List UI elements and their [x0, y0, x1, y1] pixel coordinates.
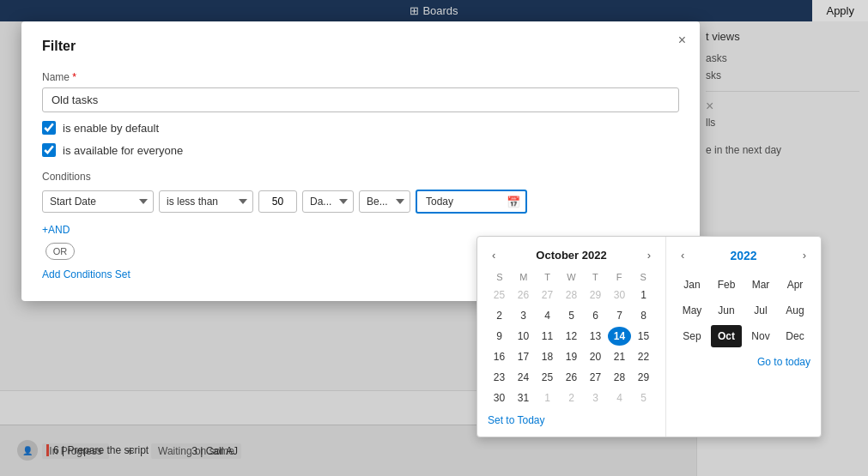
month-may[interactable]: May	[677, 299, 707, 322]
calendar-popup: ‹ October 2022 › S M T W T F S 25 26 27 …	[476, 236, 822, 437]
cal-day[interactable]: 29	[632, 368, 655, 387]
go-today-link[interactable]: Go to today	[677, 356, 810, 368]
days-of-week-row: S M T W T F S	[488, 272, 655, 282]
date-input-wrapper: 📅	[416, 190, 527, 214]
month-apr[interactable]: Apr	[780, 274, 810, 296]
calendar-left-panel: ‹ October 2022 › S M T W T F S 25 26 27 …	[477, 237, 666, 437]
calendar-month-title: October 2022	[536, 249, 606, 262]
calendar-prev-button[interactable]: ‹	[488, 247, 500, 263]
month-jul[interactable]: Jul	[745, 299, 776, 322]
dow-thu: T	[583, 272, 607, 282]
add-conditions-link[interactable]: Add Conditions Set	[42, 268, 131, 280]
month-nov[interactable]: Nov	[745, 325, 776, 347]
cal-day[interactable]: 31	[512, 389, 535, 407]
cal-day[interactable]: 22	[632, 347, 655, 366]
condition-date-input[interactable]	[416, 190, 527, 214]
calendar-next-button[interactable]: ›	[643, 247, 655, 263]
dialog-close-button[interactable]: ×	[678, 33, 686, 47]
cal-day[interactable]: 16	[488, 347, 511, 366]
name-input[interactable]	[42, 87, 679, 112]
checkbox2-row: is available for everyone	[42, 143, 679, 157]
cal-day[interactable]: 12	[560, 327, 583, 346]
cal-day[interactable]: 28	[608, 368, 631, 387]
cal-day-selected[interactable]: 14	[608, 327, 631, 346]
month-jun[interactable]: Jun	[711, 299, 742, 322]
cal-day[interactable]: 11	[536, 327, 559, 346]
cal-week-6: 30 31 1 2 3 4 5	[488, 389, 655, 407]
cal-day[interactable]: 27	[536, 286, 559, 304]
condition-operator-select[interactable]: is less than	[159, 190, 253, 213]
condition-unit2-select[interactable]: Be...	[359, 190, 410, 213]
conditions-label: Conditions	[42, 171, 679, 183]
cal-day[interactable]: 2	[560, 389, 583, 407]
calendar-grid: S M T W T F S 25 26 27 28 29 30 1	[488, 272, 655, 407]
month-sep[interactable]: Sep	[677, 325, 707, 347]
cal-day[interactable]: 13	[584, 327, 607, 346]
cal-day[interactable]: 30	[608, 286, 631, 304]
cal-day[interactable]: 25	[488, 286, 511, 304]
month-feb[interactable]: Feb	[711, 274, 742, 296]
cal-day[interactable]: 6	[584, 306, 607, 325]
cal-day[interactable]: 4	[536, 306, 559, 325]
year-next-button[interactable]: ›	[798, 247, 810, 263]
cal-day[interactable]: 7	[608, 306, 631, 325]
cal-week-4: 16 17 18 19 20 21 22	[488, 347, 655, 366]
condition-field-select[interactable]: Start Date	[42, 190, 154, 213]
cal-day[interactable]: 26	[512, 286, 535, 304]
dow-wed: W	[560, 272, 584, 282]
calendar-right-panel: ‹ 2022 › Jan Feb Mar Apr May Jun Jul Aug…	[666, 237, 821, 437]
cal-day[interactable]: 5	[560, 306, 583, 325]
year-header: ‹ 2022 ›	[677, 247, 810, 263]
month-oct[interactable]: Oct	[711, 325, 742, 347]
cal-week-5: 23 24 25 26 27 28 29	[488, 368, 655, 387]
cal-day[interactable]: 23	[488, 368, 511, 387]
cal-day[interactable]: 29	[584, 286, 607, 304]
cal-week-1: 25 26 27 28 29 30 1	[488, 286, 655, 304]
required-indicator: *	[72, 71, 76, 83]
cal-week-2: 2 3 4 5 6 7 8	[488, 306, 655, 325]
cal-day[interactable]: 18	[536, 347, 559, 366]
cal-day[interactable]: 5	[632, 389, 655, 407]
conditions-row: Start Date is less than Da... Be... 📅	[42, 190, 679, 214]
cal-day[interactable]: 19	[560, 347, 583, 366]
year-prev-button[interactable]: ‹	[677, 247, 689, 263]
cal-day[interactable]: 1	[632, 286, 655, 304]
cal-day[interactable]: 28	[560, 286, 583, 304]
cal-day[interactable]: 4	[608, 389, 631, 407]
month-aug[interactable]: Aug	[780, 299, 810, 322]
calendar-header: ‹ October 2022 ›	[488, 247, 655, 263]
cal-day[interactable]: 27	[584, 368, 607, 387]
cal-day[interactable]: 1	[536, 389, 559, 407]
and-link[interactable]: +AND	[42, 224, 70, 236]
checkbox2-label: is available for everyone	[63, 144, 183, 157]
cal-day[interactable]: 3	[512, 306, 535, 325]
cal-day[interactable]: 17	[512, 347, 535, 366]
month-mar[interactable]: Mar	[745, 274, 776, 296]
cal-day[interactable]: 15	[632, 327, 655, 346]
enable-default-checkbox[interactable]	[42, 121, 56, 135]
condition-number-input[interactable]	[258, 190, 297, 213]
month-dec[interactable]: Dec	[780, 325, 810, 347]
cal-day[interactable]: 25	[536, 368, 559, 387]
dow-tue: T	[536, 272, 560, 282]
year-title: 2022	[730, 249, 756, 262]
cal-day[interactable]: 2	[488, 306, 511, 325]
cal-day[interactable]: 9	[488, 327, 511, 346]
cal-day[interactable]: 30	[488, 389, 511, 407]
name-field-label: Name *	[42, 71, 679, 83]
cal-day[interactable]: 3	[584, 389, 607, 407]
month-jan[interactable]: Jan	[677, 274, 707, 296]
set-today-link[interactable]: Set to Today	[488, 414, 545, 426]
condition-unit1-select[interactable]: Da...	[302, 190, 354, 213]
dow-sat: S	[631, 272, 655, 282]
cal-day[interactable]: 20	[584, 347, 607, 366]
cal-day[interactable]: 24	[512, 368, 535, 387]
cal-day[interactable]: 8	[632, 306, 655, 325]
cal-day[interactable]: 26	[560, 368, 583, 387]
available-everyone-checkbox[interactable]	[42, 143, 56, 157]
month-grid: Jan Feb Mar Apr May Jun Jul Aug Sep Oct …	[677, 274, 810, 347]
cal-day[interactable]: 21	[608, 347, 631, 366]
checkbox1-row: is enable by default	[42, 121, 679, 135]
cal-day[interactable]: 10	[512, 327, 535, 346]
cal-week-3: 9 10 11 12 13 14 15	[488, 327, 655, 346]
